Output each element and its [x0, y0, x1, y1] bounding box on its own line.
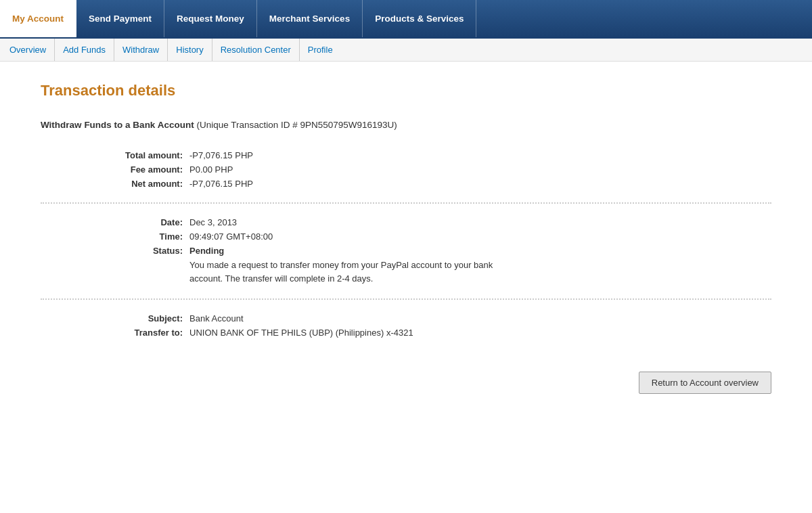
- date-status-section: Date: Dec 3, 2013 Time: 09:49:07 GMT+08:…: [95, 217, 771, 285]
- nav-send-payment[interactable]: Send Payment: [76, 0, 164, 37]
- top-navigation: My Account Send Payment Request Money Me…: [0, 0, 812, 39]
- transfer-to-value: UNION BANK OF THE PHILS (UBP) (Philippin…: [189, 328, 413, 338]
- fee-amount-label: Fee amount:: [95, 164, 183, 175]
- subnav-resolution-center[interactable]: Resolution Center: [212, 39, 300, 61]
- date-label: Date:: [95, 217, 183, 227]
- subject-value: Bank Account: [189, 313, 244, 324]
- status-content: Pending You made a request to transfer m…: [189, 246, 528, 285]
- transaction-id: (Unique Transaction ID # 9PN550795W91619…: [196, 120, 397, 130]
- nav-my-account[interactable]: My Account: [0, 0, 76, 37]
- transfer-to-row: Transfer to: UNION BANK OF THE PHILS (UB…: [95, 328, 771, 338]
- time-value: 09:49:07 GMT+08:00: [189, 231, 273, 242]
- total-amount-row: Total amount: -P7,076.15 PHP: [95, 150, 771, 160]
- status-label: Status:: [95, 246, 183, 285]
- transaction-type: Withdraw Funds to a Bank Account: [41, 120, 194, 130]
- subnav-withdraw[interactable]: Withdraw: [114, 39, 168, 61]
- sub-navigation: Overview Add Funds Withdraw History Reso…: [0, 39, 812, 62]
- date-row: Date: Dec 3, 2013: [95, 217, 771, 227]
- return-btn-row: Return to Account overview: [41, 372, 771, 394]
- date-value: Dec 3, 2013: [189, 217, 237, 227]
- subnav-add-funds[interactable]: Add Funds: [55, 39, 114, 61]
- fee-amount-value: P0.00 PHP: [189, 164, 233, 175]
- main-content: Transaction details Withdraw Funds to a …: [0, 62, 812, 421]
- subject-section: Subject: Bank Account Transfer to: UNION…: [95, 313, 771, 338]
- divider-2: [41, 298, 771, 300]
- subnav-overview[interactable]: Overview: [7, 39, 55, 61]
- divider-1: [41, 202, 771, 204]
- subnav-history[interactable]: History: [168, 39, 212, 61]
- nav-request-money[interactable]: Request Money: [164, 0, 257, 37]
- subject-row: Subject: Bank Account: [95, 313, 771, 324]
- status-description: You made a request to transfer money fro…: [189, 259, 528, 285]
- nav-products-services[interactable]: Products & Services: [363, 0, 476, 37]
- page-title: Transaction details: [41, 82, 771, 99]
- status-value: Pending: [189, 246, 528, 256]
- nav-merchant-services[interactable]: Merchant Services: [257, 0, 363, 37]
- subject-label: Subject:: [95, 313, 183, 324]
- time-row: Time: 09:49:07 GMT+08:00: [95, 231, 771, 242]
- net-amount-label: Net amount:: [95, 179, 183, 189]
- time-label: Time:: [95, 231, 183, 242]
- subnav-profile[interactable]: Profile: [300, 39, 341, 61]
- amounts-section: Total amount: -P7,076.15 PHP Fee amount:…: [95, 150, 771, 189]
- transaction-header: Withdraw Funds to a Bank Account (Unique…: [41, 120, 771, 130]
- total-amount-label: Total amount:: [95, 150, 183, 160]
- status-block: Status: Pending You made a request to tr…: [95, 246, 771, 285]
- total-amount-value: -P7,076.15 PHP: [189, 150, 253, 160]
- net-amount-value: -P7,076.15 PHP: [189, 179, 253, 189]
- return-to-overview-button[interactable]: Return to Account overview: [639, 372, 771, 394]
- net-amount-row: Net amount: -P7,076.15 PHP: [95, 179, 771, 189]
- transfer-to-label: Transfer to:: [95, 328, 183, 338]
- fee-amount-row: Fee amount: P0.00 PHP: [95, 164, 771, 175]
